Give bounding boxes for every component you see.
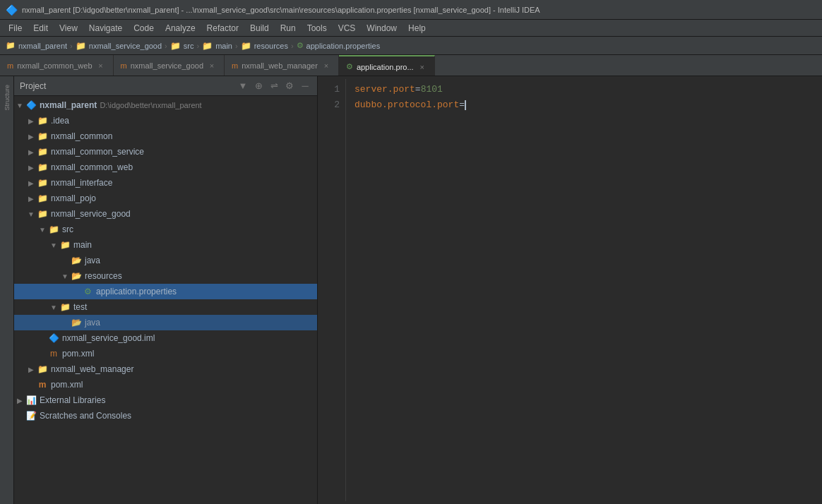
node-name-pojo: nxmall_pojo (51, 193, 96, 203)
expand-nxmall-parent[interactable] (14, 100, 25, 111)
menu-item-refactor[interactable]: Refactor (201, 22, 244, 35)
icon-common: 📁 (37, 131, 48, 142)
menu-item-code[interactable]: Code (128, 22, 160, 35)
tree-node-pom-service[interactable]: m pom.xml (14, 346, 317, 361)
bc-sep4: › (235, 42, 238, 50)
tree-node-appprops[interactable]: ⚙ application.properties (14, 284, 317, 299)
menu-item-vcs[interactable]: VCS (333, 22, 362, 35)
expand-common[interactable] (25, 131, 37, 142)
menu-item-help[interactable]: Help (403, 22, 431, 35)
tab-close-2[interactable]: × (207, 61, 217, 71)
node-name-pom-service: pom.xml (62, 349, 94, 359)
expand-ext-libs[interactable] (14, 395, 25, 406)
tab-appprops[interactable]: ⚙ application.pro... × (339, 55, 435, 76)
icon-scratches: 📝 (25, 410, 37, 421)
expand-web-manager[interactable] (25, 364, 37, 375)
tree-node-iml[interactable]: 🔷 nxmall_service_good.iml (14, 330, 317, 346)
panel-minus-btn[interactable]: ─ (299, 80, 311, 92)
tab-web-manager[interactable]: m nxmall_web_manager × (225, 55, 339, 76)
bc-service-good[interactable]: nxmall_service_good (89, 42, 162, 50)
tree-node-service-good[interactable]: 📁 nxmall_service_good (14, 206, 317, 222)
tab-label-2: nxmall_service_good (131, 61, 203, 70)
menu-item-navigate[interactable]: Navigate (83, 22, 128, 35)
tree-node-resources[interactable]: 📂 resources (14, 268, 317, 284)
bc-folder-icon-2: 📁 (170, 41, 181, 51)
tree-node-interface[interactable]: 📁 nxmall_interface (14, 175, 317, 191)
icon-test: 📁 (59, 301, 71, 313)
menu-item-file[interactable]: File (3, 22, 28, 35)
expand-main[interactable] (48, 239, 59, 251)
tree-node-common[interactable]: 📁 nxmall_common (14, 128, 317, 144)
code-lines[interactable]: server.port = 8101 dubbo.protocol.port = (346, 79, 822, 501)
editor-content[interactable]: 1 2 server.port = 8101 dubbo.protocol.po… (318, 76, 822, 504)
node-name-appprops: application.properties (96, 287, 177, 296)
icon-resources: 📂 (71, 270, 82, 282)
tree-node-scratches[interactable]: 📝 Scratches and Consoles (14, 408, 317, 424)
icon-common-web: 📁 (37, 162, 48, 173)
node-name-src: src (62, 224, 73, 234)
expand-service-good[interactable] (25, 208, 37, 220)
tree-node-pojo[interactable]: 📁 nxmall_pojo (14, 191, 317, 206)
bc-sep2: › (165, 42, 167, 50)
bc-resources[interactable]: resources (254, 42, 288, 50)
menu-item-window[interactable]: Window (361, 22, 403, 35)
icon-appprops: ⚙ (82, 286, 93, 297)
expand-src[interactable] (37, 224, 48, 235)
panel-add-btn[interactable]: ⊕ (252, 80, 265, 92)
panel-collapse-btn[interactable]: ⇌ (268, 80, 280, 92)
bc-project-icon: 📁 (6, 41, 16, 50)
line-numbers: 1 2 (318, 79, 346, 501)
tree-node-web-manager[interactable]: 📁 nxmall_web_manager (14, 361, 317, 377)
code-value-1: 8101 (421, 82, 443, 97)
tree-node-src[interactable]: 📁 src (14, 222, 317, 237)
icon-interface: 📁 (37, 177, 48, 188)
tree-container[interactable]: 🔷 nxmall_parent D:\idgod\better\nxmall_p… (14, 96, 317, 504)
tree-node-common-web[interactable]: 📁 nxmall_common_web (14, 160, 317, 175)
expand-pom-root (25, 379, 37, 390)
expand-pojo[interactable] (25, 193, 37, 204)
icon-pom-service: m (48, 348, 59, 359)
tab-common-web[interactable]: m nxmall_common_web × (0, 55, 114, 76)
tab-close-3[interactable]: × (321, 61, 331, 71)
expand-common-service[interactable] (25, 146, 37, 157)
tree-node-common-service[interactable]: 📁 nxmall_common_service (14, 144, 317, 160)
expand-interface[interactable] (25, 177, 37, 188)
main-layout: Structure Project ▼ ⊕ ⇌ ⚙ ─ 🔷 nxmall_par… (0, 76, 822, 504)
node-name-resources: resources (85, 271, 122, 281)
tab-props-icon: ⚙ (346, 62, 353, 71)
icon-project: 🔷 (25, 100, 37, 111)
bc-src[interactable]: src (184, 42, 194, 50)
tree-node-main[interactable]: 📁 main (14, 237, 317, 253)
tree-node-idea[interactable]: 📁 .idea (14, 113, 317, 128)
menu-item-build[interactable]: Build (244, 22, 275, 35)
menu-item-tools[interactable]: Tools (302, 22, 333, 35)
tab-module-icon-2: m (121, 61, 127, 70)
menu-item-analyze[interactable]: Analyze (160, 22, 201, 35)
tab-close-1[interactable]: × (96, 61, 106, 71)
tree-node-nxmall-parent[interactable]: 🔷 nxmall_parent D:\idgod\better\nxmall_p… (14, 97, 317, 113)
node-name-nxmall-parent: nxmall_parent (40, 100, 97, 110)
menu-item-view[interactable]: View (54, 22, 83, 35)
menu-item-run[interactable]: Run (275, 22, 302, 35)
bc-appprops[interactable]: application.properties (306, 42, 381, 50)
bc-nxmall-parent[interactable]: nxmall_parent (18, 42, 67, 50)
tab-close-4[interactable]: × (417, 62, 427, 72)
panel-settings-btn[interactable]: ⚙ (283, 80, 296, 92)
line-num-1: 1 (318, 82, 340, 97)
expand-common-web[interactable] (25, 162, 37, 173)
tree-node-test[interactable]: 📁 test (14, 299, 317, 315)
node-name-ext-libs: External Libraries (40, 395, 105, 405)
tree-node-java-main[interactable]: 📂 java (14, 253, 317, 268)
menu-item-edit[interactable]: Edit (28, 22, 54, 35)
node-path-nxmall-parent: D:\idgod\better\nxmall_parent (100, 101, 201, 109)
panel-dropdown-btn[interactable]: ▼ (237, 80, 249, 92)
tree-node-java-test[interactable]: 📂 java (14, 315, 317, 330)
bc-main[interactable]: main (215, 42, 232, 50)
expand-resources[interactable] (59, 270, 71, 282)
expand-appprops (71, 286, 82, 297)
tab-service-good[interactable]: m nxmall_service_good × (114, 55, 225, 76)
expand-test[interactable] (48, 301, 59, 313)
tree-node-pom-root[interactable]: m pom.xml (14, 377, 317, 392)
expand-idea[interactable] (25, 115, 37, 126)
tree-node-ext-libs[interactable]: 📊 External Libraries (14, 392, 317, 408)
